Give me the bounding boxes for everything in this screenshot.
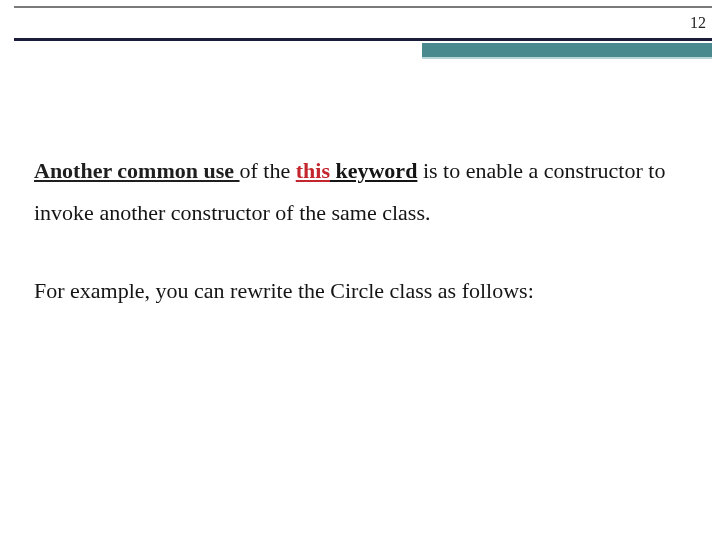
paragraph-1: Another common use of the this keyword i…: [34, 150, 680, 234]
slide: 12 Another common use of the this keywor…: [0, 0, 720, 540]
title-rule-dark: [14, 38, 712, 41]
paragraph-2: For example, you can rewrite the Circle …: [34, 270, 680, 312]
slide-body: Another common use of the this keyword i…: [34, 150, 680, 347]
title-rule-teal: [422, 43, 712, 57]
top-divider: [14, 6, 712, 8]
p1-mid1: of the: [240, 158, 296, 183]
title-rule-teal-underline: [422, 57, 712, 59]
lead-phrase: Another common use: [34, 158, 240, 183]
page-number: 12: [690, 14, 706, 32]
this-keyword: this: [296, 158, 330, 183]
keyword-rest: keyword: [330, 158, 417, 183]
